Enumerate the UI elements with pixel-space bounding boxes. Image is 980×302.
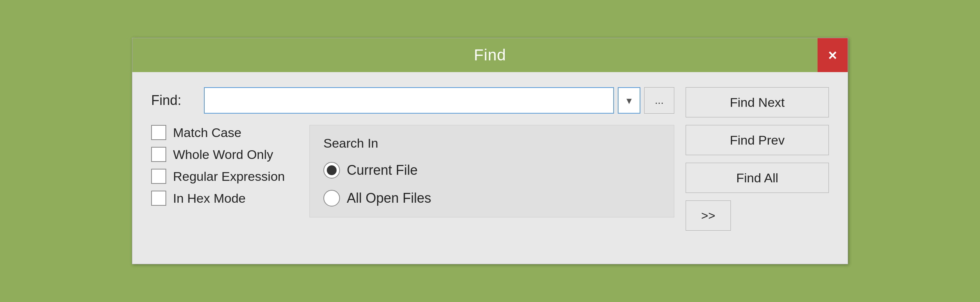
checkbox-regex[interactable]: Regular Expression	[151, 169, 294, 184]
find-prev-button[interactable]: Find Prev	[686, 125, 829, 155]
radio-label-all-open-files: All Open Files	[347, 190, 431, 206]
checkbox-label-whole-word: Whole Word Only	[173, 147, 273, 162]
checkbox-label-match-case: Match Case	[173, 125, 241, 140]
dialog-title: Find	[474, 46, 506, 64]
checkbox-hex-mode[interactable]: In Hex Mode	[151, 191, 294, 206]
find-input[interactable]	[204, 87, 614, 113]
find-all-button[interactable]: Find All	[686, 163, 829, 193]
action-buttons-section: Find Next Find Prev Find All >>	[686, 87, 829, 231]
chevron-down-icon: ▾	[627, 94, 632, 107]
search-in-section: Search In Current File All Open Files	[309, 125, 674, 217]
checkboxes-section: Match Case Whole Word Only Regular Expre…	[151, 125, 294, 217]
top-section: Find: ▾ ... Match Cas	[151, 87, 829, 231]
checkbox-match-case[interactable]: Match Case	[151, 125, 294, 140]
find-ellipsis-button[interactable]: ...	[644, 87, 674, 113]
top-left: Find: ▾ ... Match Cas	[151, 87, 674, 217]
checkbox-box-whole-word[interactable]	[151, 147, 166, 162]
find-dialog: Find × Find: ▾ ...	[132, 38, 848, 264]
checkbox-box-match-case[interactable]	[151, 125, 166, 140]
checkbox-box-hex-mode[interactable]	[151, 191, 166, 206]
radio-label-current-file: Current File	[347, 162, 418, 178]
find-label: Find:	[151, 93, 196, 108]
content-row: Match Case Whole Word Only Regular Expre…	[151, 125, 674, 217]
find-dropdown-button[interactable]: ▾	[618, 87, 640, 113]
radio-inner-current-file	[327, 165, 337, 175]
find-row: Find: ▾ ...	[151, 87, 674, 113]
find-next-button[interactable]: Find Next	[686, 87, 829, 117]
radio-outer-all-open-files[interactable]	[323, 190, 340, 206]
checkbox-whole-word[interactable]: Whole Word Only	[151, 147, 294, 162]
expand-button[interactable]: >>	[686, 200, 731, 231]
checkbox-label-hex-mode: In Hex Mode	[173, 191, 246, 206]
radio-current-file[interactable]: Current File	[323, 162, 660, 179]
search-in-title: Search In	[323, 136, 660, 151]
checkbox-label-regex: Regular Expression	[173, 169, 285, 184]
dialog-body: Find: ▾ ... Match Cas	[132, 72, 848, 264]
close-button[interactable]: ×	[818, 38, 848, 72]
title-bar: Find ×	[132, 38, 848, 72]
find-input-wrapper: ▾ ...	[204, 87, 674, 113]
radio-outer-current-file[interactable]	[323, 162, 340, 179]
radio-all-open-files[interactable]: All Open Files	[323, 190, 660, 206]
checkbox-box-regex[interactable]	[151, 169, 166, 184]
